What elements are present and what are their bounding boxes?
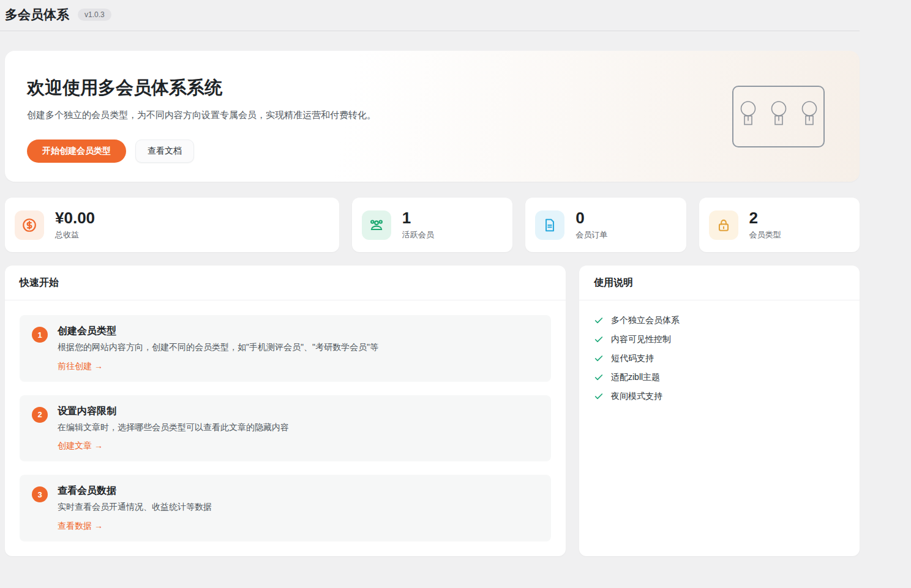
version-badge: v1.0.3 <box>78 9 111 21</box>
stat-label-active-members: 活跃会员 <box>402 229 434 240</box>
quick-start-panel: 快速开始 1 创建会员类型 根据您的网站内容方向，创建不同的会员类型，如"手机测… <box>5 266 566 556</box>
feature-item: 多个独立会员体系 <box>594 315 845 326</box>
users-group-icon <box>362 210 391 240</box>
quick-start-step-3: 3 查看会员数据 实时查看会员开通情况、收益统计等数据 查看数据 → <box>20 475 551 541</box>
stat-value-active-members: 1 <box>402 209 434 227</box>
member-slots-illustration <box>732 86 825 147</box>
stat-card-revenue: ¥0.00 总收益 <box>5 198 339 252</box>
feature-label: 短代码支持 <box>611 353 654 364</box>
check-icon <box>594 373 604 382</box>
step-title: 创建会员类型 <box>58 325 378 338</box>
quick-start-step-1: 1 创建会员类型 根据您的网站内容方向，创建不同的会员类型，如"手机测评会员"、… <box>20 315 551 382</box>
step-description: 在编辑文章时，选择哪些会员类型可以查看此文章的隐藏内容 <box>58 422 289 434</box>
stat-label-orders: 会员订单 <box>575 229 607 240</box>
stats-row: ¥0.00 总收益 1 活跃会员 <box>5 198 860 252</box>
person-icon <box>798 100 820 130</box>
stat-value-member-types: 2 <box>749 209 781 227</box>
document-icon <box>535 210 564 240</box>
feature-item: 适配zibll主题 <box>594 372 845 383</box>
person-icon <box>768 100 790 130</box>
check-icon <box>594 354 604 363</box>
step-number-badge: 1 <box>32 327 48 343</box>
step-number-badge: 3 <box>32 486 48 502</box>
dollar-coin-icon <box>15 210 44 240</box>
stat-value-revenue: ¥0.00 <box>55 209 95 227</box>
feature-item: 夜间模式支持 <box>594 391 845 402</box>
step-description: 根据您的网站内容方向，创建不同的会员类型，如"手机测评会员"、"考研数学会员"等 <box>58 341 378 354</box>
stat-card-orders: 0 会员订单 <box>525 198 686 252</box>
stat-label-member-types: 会员类型 <box>749 229 781 240</box>
step-title: 查看会员数据 <box>58 485 212 497</box>
lock-icon <box>709 210 738 240</box>
create-member-type-button[interactable]: 开始创建会员类型 <box>27 140 126 163</box>
create-post-link[interactable]: 创建文章 → <box>58 441 103 450</box>
main-content: 快速开始 1 创建会员类型 根据您的网站内容方向，创建不同的会员类型，如"手机测… <box>5 266 860 556</box>
page-title: 多会员体系 <box>5 6 69 23</box>
person-icon <box>737 100 759 130</box>
plugin-admin-page: 多会员体系 v1.0.3 欢迎使用多会员体系系统 创建多个独立的会员类型，为不同… <box>0 0 860 556</box>
usage-notes-panel: 使用说明 多个独立会员体系 内容可见性控制 <box>579 266 860 556</box>
go-create-link[interactable]: 前往创建 → <box>58 361 103 371</box>
step-description: 实时查看会员开通情况、收益统计等数据 <box>58 501 212 513</box>
quick-start-step-2: 2 设置内容限制 在编辑文章时，选择哪些会员类型可以查看此文章的隐藏内容 创建文… <box>20 395 551 462</box>
feature-item: 短代码支持 <box>594 353 845 364</box>
page-header: 多会员体系 v1.0.3 <box>0 0 860 31</box>
check-icon <box>594 316 604 326</box>
step-title: 设置内容限制 <box>58 405 289 418</box>
stat-card-active-members: 1 活跃会员 <box>352 198 512 252</box>
feature-label: 适配zibll主题 <box>611 372 660 383</box>
check-icon <box>594 392 604 401</box>
feature-label: 内容可见性控制 <box>611 334 671 345</box>
stat-card-member-types: 2 会员类型 <box>699 198 860 252</box>
quick-start-title: 快速开始 <box>5 266 566 300</box>
view-data-link[interactable]: 查看数据 → <box>58 521 103 530</box>
feature-label: 多个独立会员体系 <box>611 315 680 326</box>
check-icon <box>594 335 604 344</box>
step-number-badge: 2 <box>32 407 48 423</box>
stat-value-orders: 0 <box>575 209 607 227</box>
view-docs-button[interactable]: 查看文档 <box>135 140 194 163</box>
stat-label-revenue: 总收益 <box>55 229 95 240</box>
feature-item: 内容可见性控制 <box>594 334 845 345</box>
welcome-banner: 欢迎使用多会员体系系统 创建多个独立的会员类型，为不同内容方向设置专属会员，实现… <box>5 51 860 182</box>
feature-label: 夜间模式支持 <box>611 391 662 402</box>
usage-notes-title: 使用说明 <box>579 266 860 300</box>
